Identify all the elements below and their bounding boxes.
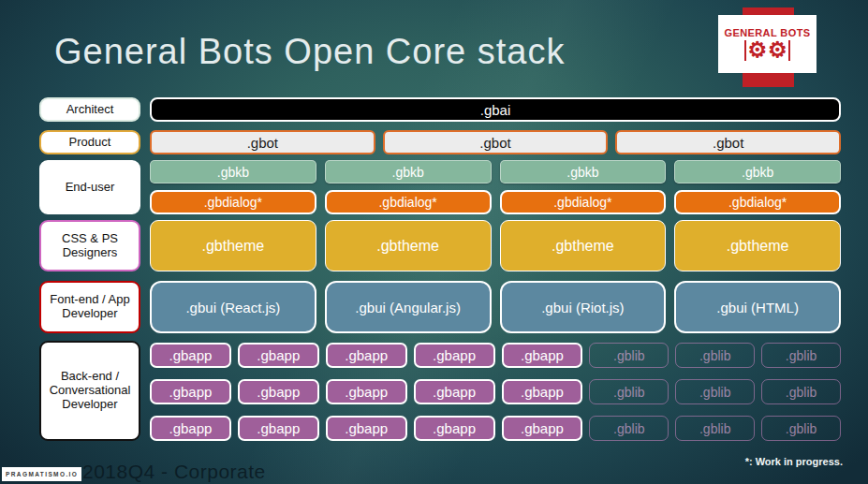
stack-box-gbtheme: .gbtheme — [500, 220, 667, 271]
stack-box-gbapp: .gbapp — [414, 416, 495, 441]
stack-box-gbapp: .gbapp — [238, 379, 319, 404]
stack-box-gbdialog: .gbdialog* — [500, 190, 667, 214]
stack-box-gbkb: .gbkb — [150, 160, 316, 183]
stack-box-gbkb: .gbkb — [325, 160, 492, 183]
stack-box-gbapp: .gbapp — [150, 379, 231, 404]
stack-box-gbapp: .gbapp — [414, 379, 495, 404]
work-in-progress-note: *: Work in progress. — [745, 456, 843, 467]
stack-box-gbui: .gbui (React.js) — [150, 281, 316, 333]
stack-box-gblib: .gblib — [761, 416, 841, 441]
stack-box-gbui: .gbui (Riot.js) — [500, 281, 667, 333]
stack-row-gbtheme: .gbtheme.gbtheme.gbtheme.gbtheme — [150, 220, 841, 271]
stack-box-gblib: .gblib — [761, 343, 841, 368]
stack-row-gbui: .gbui (React.js).gbui (Angular.js).gbui … — [150, 281, 841, 333]
stack-row-gbapp-row-3: .gbapp.gbapp.gbapp.gbapp.gbapp.gblib.gbl… — [150, 416, 841, 441]
stack-box-gbapp: .gbapp — [326, 343, 407, 368]
pragmatismo-logo: PRAGMATISMO.IO — [2, 467, 81, 481]
gears-icon: ⚙ ⚙ — [744, 39, 790, 61]
stack-box-gbdialog: .gbdialog* — [150, 190, 316, 214]
footer-version-text: 2018Q4 - Corporate — [82, 461, 266, 483]
stack-box-gblib: .gblib — [589, 416, 669, 441]
stack-box-gbai: .gbai — [150, 97, 841, 122]
role-label-font-end-app-developer: Font-end / App Developer — [39, 281, 140, 333]
stack-box-gbapp: .gbapp — [326, 416, 407, 441]
stack-box-gbui: .gbui (Angular.js) — [325, 281, 492, 333]
stack-box-gbkb: .gbkb — [674, 160, 841, 183]
stack-box-gbapp: .gbapp — [150, 343, 231, 368]
stack-box-gbtheme: .gbtheme — [150, 220, 316, 271]
stack-box-gbkb: .gbkb — [500, 160, 667, 183]
page-title: General Bots Open Core stack — [54, 32, 565, 72]
stack-box-gbtheme: .gbtheme — [325, 220, 492, 271]
stack-box-gbapp: .gbapp — [502, 343, 583, 368]
stack-box-gbapp: .gbapp — [238, 343, 319, 368]
stack-box-gbot: .gbot — [383, 130, 609, 154]
stack-box-gbdialog: .gbdialog* — [674, 190, 841, 214]
stack-box-gbapp: .gbapp — [326, 379, 407, 404]
role-label-end-user: End-user — [39, 160, 140, 214]
stack-box-gbot: .gbot — [615, 130, 841, 154]
stack-box-gblib: .gblib — [675, 416, 755, 441]
stack-box-gbapp: .gbapp — [502, 416, 583, 441]
stack-row-gbapp-row-2: .gbapp.gbapp.gbapp.gbapp.gbapp.gblib.gbl… — [150, 379, 841, 404]
stack-box-gbui: .gbui (HTML) — [674, 281, 841, 333]
stack-row-gbdialog: .gbdialog*.gbdialog*.gbdialog*.gbdialog* — [150, 190, 841, 214]
role-label-back-end-conversational-developer: Back-end / Conversational Developer — [39, 341, 140, 441]
role-label-product: Product — [39, 130, 140, 154]
gear-end-bar-right — [788, 40, 791, 61]
stack-row-gbai: .gbai — [150, 97, 841, 122]
stack-row-gbkb: .gbkb.gbkb.gbkb.gbkb — [150, 160, 841, 183]
gear-end-bar-left — [744, 40, 747, 61]
stack-box-gbot: .gbot — [150, 130, 375, 154]
role-label-architect: Architect — [39, 97, 140, 122]
stack-box-gbapp: .gbapp — [502, 379, 583, 404]
stack-box-gblib: .gblib — [589, 343, 669, 368]
stack-box-gbdialog: .gbdialog* — [325, 190, 492, 214]
stack-box-gbapp: .gbapp — [150, 416, 231, 441]
role-label-css-ps-designers: CSS & PS Designers — [39, 220, 140, 271]
stack-box-gblib: .gblib — [675, 379, 755, 404]
gear-icon: ⚙ — [768, 39, 787, 61]
stack-box-gblib: .gblib — [675, 343, 755, 368]
stack-box-gblib: .gblib — [589, 379, 669, 404]
stack-box-gbapp: .gbapp — [238, 416, 319, 441]
stack-box-gblib: .gblib — [761, 379, 841, 404]
stack-box-gbapp: .gbapp — [414, 343, 495, 368]
stack-row-gbot: .gbot.gbot.gbot — [150, 130, 841, 154]
slide-canvas: General Bots Open Core stack GENERAL BOT… — [0, 0, 868, 484]
general-bots-logo: GENERAL BOTS ⚙ ⚙ — [718, 15, 817, 73]
gear-icon: ⚙ — [747, 39, 767, 61]
stack-box-gbtheme: .gbtheme — [674, 220, 841, 271]
stack-row-gbapp-row-1: .gbapp.gbapp.gbapp.gbapp.gbapp.gblib.gbl… — [150, 343, 841, 368]
